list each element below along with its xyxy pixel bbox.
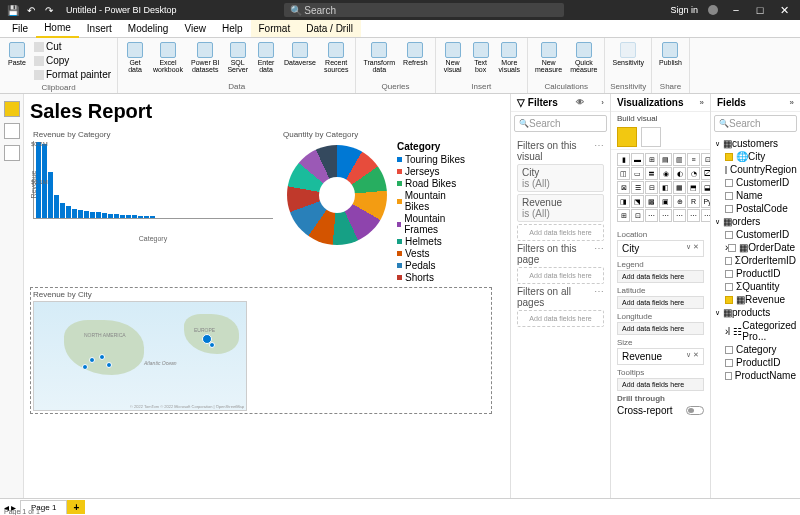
recent-sources-button[interactable]: Recent sources bbox=[321, 40, 352, 75]
legend-item[interactable]: Helmets bbox=[397, 236, 469, 247]
visual-type-icon[interactable]: ⊡ bbox=[701, 153, 710, 166]
field-customerid[interactable]: CustomerID bbox=[715, 176, 796, 189]
bar[interactable] bbox=[72, 209, 77, 219]
visual-type-icon[interactable]: ◧ bbox=[659, 181, 672, 194]
visual-type-icon[interactable]: ⬓ bbox=[701, 181, 710, 194]
field-quantity[interactable]: Σ Quantity bbox=[715, 280, 796, 293]
tab-modeling[interactable]: Modeling bbox=[120, 20, 177, 37]
bar[interactable] bbox=[132, 215, 137, 218]
visual-type-icon[interactable]: ⬒ bbox=[687, 181, 700, 194]
tab-format[interactable]: Format bbox=[251, 20, 299, 37]
visual-type-icon[interactable]: ⋯ bbox=[673, 209, 686, 222]
legend-item[interactable]: Pedals bbox=[397, 260, 469, 271]
visual-type-icon[interactable]: ◔ bbox=[687, 167, 700, 180]
field-postalcode[interactable]: PostalCode bbox=[715, 202, 796, 215]
legend-item[interactable]: Road Bikes bbox=[397, 178, 469, 189]
maximize-button[interactable]: □ bbox=[748, 4, 772, 16]
excel-workbook-button[interactable]: Excel workbook bbox=[150, 40, 186, 75]
tab-view[interactable]: View bbox=[176, 20, 214, 37]
filter-card-city[interactable]: Cityis (All) bbox=[517, 164, 604, 192]
paste-button[interactable]: Paste bbox=[4, 40, 30, 68]
save-icon[interactable]: 💾 bbox=[5, 2, 21, 18]
legend-item[interactable]: Shorts bbox=[397, 272, 469, 283]
bar[interactable] bbox=[138, 216, 143, 218]
filter-drop-page[interactable]: Add data fields here bbox=[517, 267, 604, 284]
sensitivity-button[interactable]: Sensitivity bbox=[609, 40, 647, 68]
visual-type-icon[interactable]: ◐ bbox=[673, 167, 686, 180]
field-revenue[interactable]: ▦ Revenue bbox=[715, 293, 796, 306]
bar[interactable] bbox=[96, 212, 101, 218]
global-search-input[interactable]: 🔍 Search bbox=[284, 3, 564, 17]
visual-type-icon[interactable]: 〼 bbox=[701, 167, 710, 180]
bar[interactable] bbox=[126, 215, 131, 218]
filter-drop-visual[interactable]: Add data fields here bbox=[517, 224, 604, 241]
new-visual-button[interactable]: New visual bbox=[440, 40, 466, 75]
field-productid[interactable]: ProductID bbox=[715, 267, 796, 280]
more-icon[interactable]: ⋯ bbox=[594, 286, 604, 308]
visual-type-icon[interactable]: ◫ bbox=[617, 167, 630, 180]
format-painter-button[interactable]: Format painter bbox=[32, 68, 113, 81]
visual-type-icon[interactable]: ⬔ bbox=[631, 195, 644, 208]
visual-type-icon[interactable]: ⋯ bbox=[701, 209, 710, 222]
tab-home[interactable]: Home bbox=[36, 19, 79, 38]
well-location[interactable]: City∨ ✕ bbox=[617, 240, 704, 257]
bar[interactable] bbox=[84, 211, 89, 218]
filters-search-input[interactable]: 🔍 Search bbox=[514, 115, 607, 132]
tab-insert[interactable]: Insert bbox=[79, 20, 120, 37]
visual-type-icon[interactable]: R bbox=[687, 195, 700, 208]
bar[interactable] bbox=[144, 216, 149, 218]
visual-type-icon[interactable]: ◉ bbox=[659, 167, 672, 180]
minimize-button[interactable]: − bbox=[724, 4, 748, 16]
build-mode-icon[interactable] bbox=[617, 127, 637, 147]
pie-chart-visual[interactable]: Quantity by Category Category Touring Bi… bbox=[280, 127, 500, 287]
visual-type-icon[interactable]: ⊞ bbox=[645, 153, 658, 166]
copy-button[interactable]: Copy bbox=[32, 54, 113, 67]
visual-type-icon[interactable]: ▮ bbox=[617, 153, 630, 166]
field-orderdate[interactable]: ›▦ OrderDate bbox=[715, 241, 796, 254]
redo-icon[interactable]: ↷ bbox=[41, 2, 57, 18]
undo-icon[interactable]: ↶ bbox=[23, 2, 39, 18]
visual-type-icon[interactable]: ▦ bbox=[673, 181, 686, 194]
field-city[interactable]: 🌐 City bbox=[715, 150, 796, 163]
report-view-icon[interactable] bbox=[4, 101, 20, 117]
bar[interactable] bbox=[48, 172, 53, 218]
close-button[interactable]: ✕ bbox=[772, 4, 796, 17]
quick-measure-button[interactable]: Quick measure bbox=[567, 40, 600, 75]
tab-help[interactable]: Help bbox=[214, 20, 251, 37]
visual-type-icon[interactable]: ⊡ bbox=[631, 209, 644, 222]
field-orderitemid[interactable]: Σ OrderItemID bbox=[715, 254, 796, 267]
new-measure-button[interactable]: New measure bbox=[532, 40, 565, 75]
well-size[interactable]: Revenue∨ ✕ bbox=[617, 348, 704, 365]
eye-icon[interactable]: 👁 bbox=[576, 98, 584, 107]
visual-type-icon[interactable]: ▥ bbox=[673, 153, 686, 166]
bar[interactable] bbox=[60, 203, 65, 218]
visual-type-icon[interactable]: ⋯ bbox=[645, 209, 658, 222]
bar-chart-visual[interactable]: Revenue by Category Revenue $0.2M $0.1M … bbox=[30, 127, 276, 287]
add-page-button[interactable]: + bbox=[67, 500, 85, 514]
visual-type-icon[interactable]: ◨ bbox=[617, 195, 630, 208]
cross-report-toggle[interactable] bbox=[686, 406, 704, 415]
more-icon[interactable]: ⋯ bbox=[594, 140, 604, 162]
field-category[interactable]: Category bbox=[715, 343, 796, 356]
bar[interactable] bbox=[120, 215, 125, 218]
visual-type-icon[interactable]: ▬ bbox=[631, 153, 644, 166]
transform-data-button[interactable]: Transform data bbox=[360, 40, 398, 75]
signin-link[interactable]: Sign in bbox=[670, 5, 698, 15]
field-categorized[interactable]: ›☷ Categorized Pro... bbox=[715, 319, 796, 343]
visual-type-icon[interactable]: Py bbox=[701, 195, 710, 208]
table-products[interactable]: ∨▦ products bbox=[715, 306, 796, 319]
collapse-icon[interactable]: » bbox=[790, 98, 794, 107]
field-countryregion[interactable]: CountryRegion bbox=[715, 163, 796, 176]
visual-type-icon[interactable]: ⊟ bbox=[645, 181, 658, 194]
well-latitude[interactable]: Add data fields here bbox=[617, 296, 704, 309]
visual-type-icon[interactable]: ⊠ bbox=[617, 181, 630, 194]
dataverse-button[interactable]: Dataverse bbox=[281, 40, 319, 68]
collapse-icon[interactable]: › bbox=[601, 98, 604, 107]
sql-server-button[interactable]: SQL Server bbox=[224, 40, 251, 75]
bar[interactable] bbox=[90, 212, 95, 218]
legend-item[interactable]: Touring Bikes bbox=[397, 154, 469, 165]
filter-card-revenue[interactable]: Revenueis (All) bbox=[517, 194, 604, 222]
tab-datadrill[interactable]: Data / Drill bbox=[298, 20, 361, 37]
legend-item[interactable]: Jerseys bbox=[397, 166, 469, 177]
pbi-datasets-button[interactable]: Power BI datasets bbox=[188, 40, 222, 75]
